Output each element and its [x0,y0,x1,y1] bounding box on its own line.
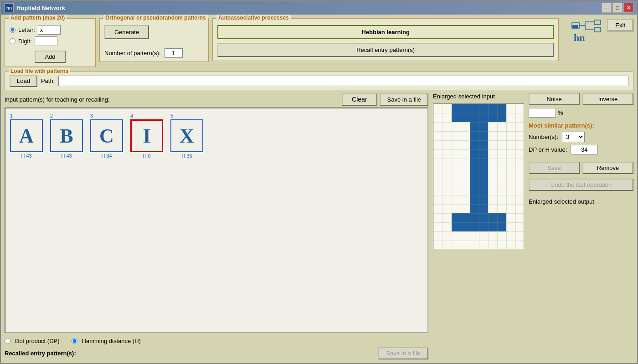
ortho-panel: Orthogonal or pseudorandom patterns Gene… [99,18,209,62]
autoassoc-panel: Autoassociative processes Hebbian learni… [212,18,559,61]
num-patterns-input[interactable] [165,48,183,58]
add-pattern-label: Add pattern (max 20) [9,15,67,21]
pct-row: % [529,108,633,118]
enlarged-input-section: Enlarged selected input [433,93,524,359]
save-in-file-button[interactable]: Save in a file [380,93,428,106]
pattern-box-3[interactable]: C [90,119,123,152]
app-icon: hn [5,3,14,12]
close-button[interactable]: ✕ [623,3,633,13]
pattern-label-4: H 0 [143,153,150,159]
pattern-item-5[interactable]: 5 X H 35 [170,113,203,159]
dot-product-radio[interactable] [5,338,10,344]
minimize-button[interactable]: — [602,3,612,13]
exit-button[interactable]: Exit [607,19,633,31]
patterns-buttons: Clear Save in a file [342,93,428,106]
pattern-box-4[interactable]: I [130,119,163,152]
pattern-number-4: 4 [130,113,133,118]
noise-button[interactable]: Noise [529,93,580,105]
digit-label: Digit: [18,38,32,45]
path-label: Path: [41,77,55,84]
digit-radio[interactable] [10,38,15,44]
patterns-title: Input pattern(s) for teaching or recalli… [5,96,110,103]
pattern-label-1: H 43 [21,153,31,159]
patterns-section: Input pattern(s) for teaching or recalli… [5,93,428,359]
num-patterns-row: Number of pattern(s): [104,48,204,58]
exit-area: Exit [607,18,633,31]
logo-area: ■■ hn [571,18,603,43]
pattern-letter-2: B [60,124,73,148]
svg-text:■■: ■■ [572,24,578,29]
pattern-label-3: H 34 [101,153,112,159]
generate-button[interactable]: Generate [104,25,149,39]
pattern-letter-4: I [143,124,150,148]
maximize-button[interactable]: □ [612,3,623,13]
window-title: Hopfield Network [16,5,65,11]
svg-rect-14 [433,104,524,249]
hamming-radio[interactable] [72,338,77,344]
numbers-select[interactable]: 3 1 2 4 5 [562,132,585,142]
path-input[interactable] [58,76,628,86]
recall-button[interactable]: Recall entry pattern(s) [217,43,554,57]
add-pattern-panel: Add pattern (max 20) Letter: Digit: Add [5,18,96,67]
pattern-item-1[interactable]: 1 A H 43 [10,113,43,159]
pattern-number-5: 5 [170,113,173,118]
svg-text:hn: hn [574,32,585,43]
pattern-item-3[interactable]: 3 C H 34 [90,113,123,159]
pattern-item-2[interactable]: 2 B H 43 [50,113,83,159]
add-button[interactable]: Add [35,51,65,63]
letter-radio[interactable] [10,27,15,33]
pattern-item-4[interactable]: 4 I H 0 [130,113,163,159]
pattern-number-2: 2 [50,113,53,118]
clear-button[interactable]: Clear [342,93,377,106]
bottom-row: Dot product (DP) Hamming distance (H) [5,336,428,346]
pct-input[interactable] [529,108,556,118]
main-window: hn Hopfield Network — □ ✕ Add pattern (m… [0,0,638,364]
hn-logo-icon: ■■ hn [571,18,603,43]
digit-radio-row: Digit: [10,36,91,46]
pattern-label-2: H 43 [61,153,72,159]
load-label: Load file with patterns [9,68,70,74]
recalled-label: Recalled entry pattern(s): [5,350,76,357]
save-file-button-2: Save in a file [378,347,428,359]
patterns-canvas: 1 A H 43 2 B H 43 [5,108,428,333]
titlebar: hn Hopfield Network — □ ✕ [1,1,637,15]
load-button[interactable]: Load [10,75,37,87]
numbers-row: Number(s): 3 1 2 4 5 [529,132,633,142]
letter-radio-row: Letter: [10,25,91,35]
dp-value-input[interactable] [571,145,598,154]
digit-input[interactable] [35,36,57,46]
dot-product-label: Dot product (DP) [15,338,60,344]
right-controls: Noise Inverse % Most similar pattern(s):… [529,93,633,359]
dp-label: DP or H value: [529,146,567,153]
inverse-button[interactable]: Inverse [582,93,633,105]
letter-input[interactable] [38,25,61,35]
pct-symbol: % [558,109,563,116]
remove-button[interactable]: Remove [582,162,633,174]
letter-label: Letter: [18,26,35,33]
pattern-letter-3: C [99,124,114,148]
main-area: Input pattern(s) for teaching or recalli… [5,93,633,359]
hebbian-button[interactable]: Hebbian learning [217,25,554,39]
svg-rect-9 [594,27,601,32]
save-button: Save [529,162,580,174]
pattern-letter-1: A [19,124,34,148]
numbers-label: Number(s): [529,133,558,140]
titlebar-left: hn Hopfield Network [5,3,65,12]
hamming-label: Hamming distance (H) [82,338,141,344]
undo-button: Undo the last operation [529,179,633,191]
enlarged-grid-container [433,103,524,249]
pattern-box-2[interactable]: B [50,119,83,152]
pattern-label-5: H 35 [181,153,192,159]
patterns-header: Input pattern(s) for teaching or recalli… [5,93,428,106]
pattern-number-3: 3 [90,113,93,118]
pattern-box-5[interactable]: X [170,119,203,152]
top-panels: Add pattern (max 20) Letter: Digit: Add … [5,18,633,67]
recalled-row: Recalled entry pattern(s): Save in a fil… [5,347,428,359]
pattern-box-1[interactable]: A [10,119,43,152]
autoassoc-label: Autoassociative processes [216,15,291,21]
enlarged-input-title: Enlarged selected input [433,93,524,100]
load-row: Load Path: [10,75,628,87]
num-patterns-label: Number of pattern(s): [104,50,161,56]
svg-rect-8 [594,20,601,25]
content-area: Add pattern (max 20) Letter: Digit: Add … [1,15,637,363]
